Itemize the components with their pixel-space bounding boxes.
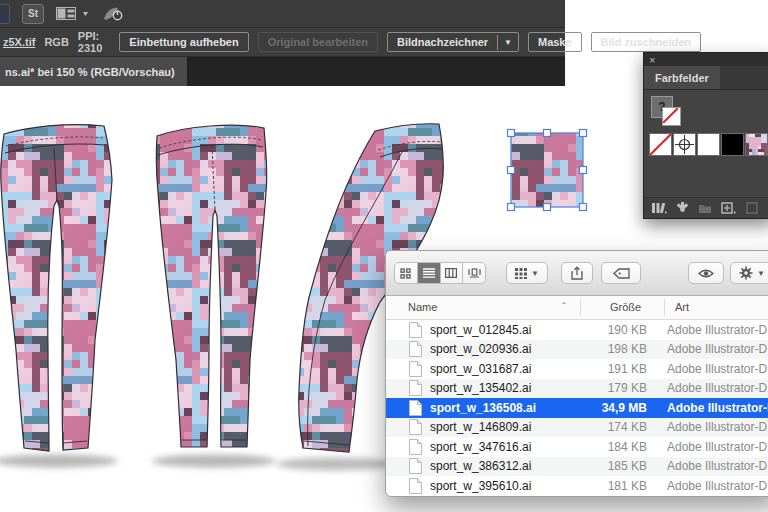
file-row[interactable]: sport_w_395610.ai 181 KB Adobe Illustrat… bbox=[386, 476, 768, 496]
file-row[interactable]: sport_w_136508.ai 34,9 MB Adobe Illustra… bbox=[386, 398, 768, 418]
document-tab-bar: ns.ai* bei 150 % (RGB/Vorschau) bbox=[0, 57, 565, 86]
column-header-size[interactable]: Größe bbox=[610, 301, 641, 313]
list-header: Name ˆ Größe Art bbox=[386, 296, 768, 320]
leggings-front-view[interactable] bbox=[1, 125, 112, 451]
icon-view-icon bbox=[400, 268, 411, 279]
file-kind: Adobe Illustrator-D bbox=[667, 420, 768, 434]
selected-image-object[interactable] bbox=[508, 130, 587, 211]
arrange-button[interactable]: ▼ bbox=[506, 262, 548, 284]
linked-file-name[interactable]: z5X.tif bbox=[3, 36, 35, 48]
crop-image-button[interactable]: Bild zuschneiden bbox=[591, 32, 701, 52]
file-size: 185 KB bbox=[576, 459, 656, 473]
coverflow-view-icon bbox=[468, 268, 481, 278]
file-kind: Adobe Illustrator-D bbox=[667, 459, 768, 473]
file-row[interactable]: sport_w_347616.ai 184 KB Adobe Illustrat… bbox=[386, 437, 768, 457]
swatch-options-icon bbox=[746, 202, 758, 214]
column-header-name[interactable]: Name bbox=[408, 301, 437, 313]
swatch-libraries-icon[interactable] bbox=[651, 202, 667, 214]
file-size: 179 KB bbox=[576, 381, 656, 395]
image-trace-dropdown-icon[interactable]: ▼ bbox=[497, 35, 518, 50]
file-row[interactable]: sport_w_012845.ai 190 KB Adobe Illustrat… bbox=[386, 320, 768, 340]
new-swatch-group-icon bbox=[698, 203, 712, 214]
document-icon bbox=[408, 458, 423, 474]
image-trace-button[interactable]: Bildnachzeichner ▼ bbox=[387, 32, 519, 52]
stroke-none-swatch[interactable] bbox=[662, 107, 681, 126]
control-bar: z5X.tif RGB PPI: 2310 Einbettung aufhebe… bbox=[0, 28, 565, 57]
column-divider[interactable] bbox=[580, 299, 581, 316]
file-size: 184 KB bbox=[576, 440, 656, 454]
mask-button[interactable]: Maske bbox=[528, 32, 582, 52]
illustrator-top-bars: St ▼ z5X.tif RGB PPI: 2310 Einbettung au… bbox=[0, 0, 565, 85]
file-size: 34,9 MB bbox=[576, 401, 656, 415]
file-row[interactable]: sport_w_146809.ai 174 KB Adobe Illustrat… bbox=[386, 418, 768, 438]
workspace-layout-icon bbox=[56, 7, 76, 20]
document-icon bbox=[408, 439, 423, 455]
tag-icon bbox=[613, 268, 630, 279]
panel-footer-icons bbox=[644, 197, 768, 218]
ppi-label: PPI: 2310 bbox=[78, 30, 102, 54]
bridge-badge-partial-icon bbox=[0, 4, 10, 24]
coverflow-view-button[interactable] bbox=[463, 263, 485, 283]
file-row[interactable]: sport_w_020936.ai 198 KB Adobe Illustrat… bbox=[386, 340, 768, 360]
share-button[interactable] bbox=[561, 262, 593, 284]
color-themes-icon[interactable] bbox=[676, 202, 689, 214]
icon-view-button[interactable] bbox=[395, 263, 418, 283]
panel-body: ? bbox=[644, 90, 768, 197]
document-tab[interactable]: ns.ai* bei 150 % (RGB/Vorschau) bbox=[0, 57, 188, 86]
document-icon bbox=[408, 322, 423, 338]
list-view-button[interactable] bbox=[418, 263, 441, 283]
workspace-switcher[interactable]: ▼ bbox=[56, 7, 90, 20]
action-button[interactable]: ▼ bbox=[730, 262, 768, 284]
file-kind: Adobe Illustrator-D bbox=[667, 362, 768, 376]
document-icon bbox=[408, 380, 423, 396]
panel-title-bar: × bbox=[644, 53, 768, 66]
swatch-row bbox=[649, 133, 768, 156]
stock-badge-icon[interactable]: St bbox=[22, 4, 44, 24]
fill-stroke-indicator[interactable]: ? bbox=[651, 96, 685, 128]
eye-icon bbox=[698, 268, 714, 279]
close-icon[interactable]: × bbox=[649, 55, 655, 65]
swatch-black[interactable] bbox=[721, 133, 744, 156]
leggings-back-view[interactable] bbox=[156, 125, 266, 447]
share-icon bbox=[571, 266, 583, 280]
gpu-performance-icon[interactable] bbox=[102, 6, 124, 22]
file-row[interactable]: sport_w_135402.ai 179 KB Adobe Illustrat… bbox=[386, 379, 768, 399]
floor-shadows bbox=[0, 455, 393, 471]
file-name: sport_w_012845.ai bbox=[430, 323, 576, 337]
column-header-kind[interactable]: Art bbox=[675, 301, 689, 313]
swatch-camo-pattern[interactable] bbox=[745, 133, 768, 156]
unembed-button[interactable]: Einbettung aufheben bbox=[119, 32, 248, 52]
file-name: sport_w_347616.ai bbox=[430, 440, 576, 454]
file-kind: Adobe Illustrator-D bbox=[667, 479, 768, 493]
chevron-down-icon: ▼ bbox=[757, 269, 765, 278]
view-segmented-control bbox=[394, 262, 486, 284]
document-icon bbox=[408, 419, 423, 435]
finder-toolbar: ▼ ▼ bbox=[386, 251, 768, 296]
swatch-white[interactable] bbox=[697, 133, 720, 156]
tags-button[interactable] bbox=[601, 262, 641, 284]
swatch-registration[interactable] bbox=[673, 133, 696, 156]
chevron-down-icon: ▼ bbox=[81, 10, 90, 18]
file-kind: Adobe Illustrator-D bbox=[667, 401, 768, 415]
registration-icon bbox=[674, 134, 695, 155]
swatch-none[interactable] bbox=[649, 133, 672, 156]
gear-icon bbox=[739, 266, 753, 280]
document-icon bbox=[408, 361, 423, 377]
column-view-button[interactable] bbox=[441, 263, 464, 283]
file-kind: Adobe Illustrator-D bbox=[667, 323, 768, 337]
finder-window: ▼ ▼ bbox=[385, 250, 768, 497]
file-name: sport_w_395610.ai bbox=[430, 479, 576, 493]
file-size: 181 KB bbox=[576, 479, 656, 493]
chevron-down-icon: ▼ bbox=[531, 269, 539, 278]
arrange-grid-icon bbox=[515, 268, 527, 279]
file-kind: Adobe Illustrator-D bbox=[667, 342, 768, 356]
tab-farbfelder[interactable]: Farbfelder bbox=[644, 66, 720, 89]
file-row[interactable]: sport_w_031687.ai 191 KB Adobe Illustrat… bbox=[386, 359, 768, 379]
file-row[interactable]: sport_w_386312.ai 185 KB Adobe Illustrat… bbox=[386, 457, 768, 477]
panel-tab-row: Farbfelder bbox=[644, 66, 768, 90]
column-divider[interactable] bbox=[664, 299, 665, 316]
document-icon bbox=[408, 400, 423, 416]
document-icon bbox=[408, 341, 423, 357]
new-swatch-icon[interactable] bbox=[721, 202, 737, 214]
quick-look-button[interactable] bbox=[688, 262, 724, 284]
